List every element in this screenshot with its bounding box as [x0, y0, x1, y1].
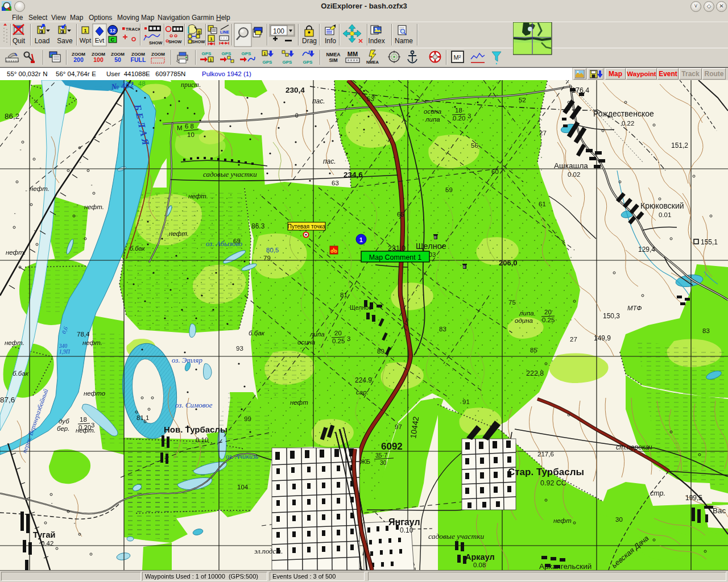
svg-text:GPS: GPS: [303, 60, 313, 65]
svg-text:230,4: 230,4: [286, 86, 305, 94]
svg-text:одина: одина: [515, 317, 533, 324]
svg-text:78,4: 78,4: [77, 331, 90, 338]
svg-text:0.20: 0.20: [78, 424, 91, 431]
svg-text:Map Comment 1: Map Comment 1: [369, 253, 421, 261]
svg-text:61: 61: [539, 201, 546, 207]
svg-text:NMEA: NMEA: [326, 52, 340, 57]
svg-text:224.9: 224.9: [355, 376, 372, 384]
svg-text:Нов. Турбаслы: Нов. Турбаслы: [164, 425, 228, 434]
svg-text:оз. Ачикизь: оз. Ачикизь: [226, 452, 259, 460]
svg-text:MM: MM: [348, 51, 358, 57]
svg-text:Архангельский: Архангельский: [539, 562, 592, 570]
svg-text:NMEA: NMEA: [366, 60, 379, 65]
svg-text:нефт.: нефт.: [84, 203, 104, 210]
svg-text:20: 20: [334, 330, 342, 336]
svg-text:осина: осина: [424, 108, 441, 115]
svg-text:6 8: 6 8: [185, 123, 194, 130]
svg-text:Name: Name: [395, 37, 413, 45]
svg-text:Щелное: Щелное: [350, 304, 372, 311]
svg-text:0.01: 0.01: [659, 211, 671, 218]
svg-text:0.42: 0.42: [41, 540, 53, 547]
svg-text:176,4: 176,4: [572, 86, 589, 94]
svg-text:бер.: бер.: [57, 425, 69, 432]
svg-text:нефт.: нефт.: [82, 339, 102, 346]
svg-text:Путевая точка: Путевая точка: [288, 223, 326, 230]
svg-text:69: 69: [233, 238, 241, 244]
svg-text:75: 75: [508, 299, 516, 306]
svg-text:199,5: 199,5: [685, 494, 702, 502]
svg-text:18: 18: [80, 416, 87, 423]
svg-text:93: 93: [236, 345, 243, 352]
svg-text:1,9П: 1,9П: [59, 349, 71, 355]
svg-text:пас.: пас.: [323, 157, 336, 165]
svg-text:50: 50: [114, 56, 121, 63]
svg-text:63: 63: [332, 180, 339, 186]
svg-text:129,4: 129,4: [638, 246, 655, 253]
svg-text:0.92 СС: 0.92 СС: [540, 479, 566, 487]
svg-text:GPS: GPS: [202, 51, 212, 56]
svg-text:85: 85: [530, 347, 537, 354]
svg-text:стр.: стр.: [650, 489, 665, 497]
svg-text:0.25: 0.25: [332, 338, 345, 344]
svg-text:87,6: 87,6: [0, 396, 15, 404]
svg-text:FULL: FULL: [131, 56, 146, 63]
svg-text:GPS: GPS: [283, 60, 293, 65]
svg-text:Ашкашла: Ашкашла: [554, 161, 588, 170]
svg-text:оз. Симовое: оз. Симовое: [175, 401, 213, 409]
svg-text:ст.перекач: ст.перекач: [616, 443, 652, 451]
svg-text:59: 59: [445, 186, 453, 193]
svg-text:нефто: нефто: [84, 390, 106, 397]
svg-text:35·7: 35·7: [375, 452, 387, 459]
svg-text:GPS: GPS: [242, 51, 252, 56]
svg-text:садовые участки: садовые участки: [428, 532, 485, 541]
svg-text:104: 104: [237, 484, 249, 490]
svg-text:3: 3: [347, 335, 350, 342]
svg-text:53: 53: [367, 95, 374, 102]
svg-text:18: 18: [455, 107, 462, 114]
svg-text:1: 1: [210, 58, 212, 62]
svg-text:0.10: 0.10: [196, 436, 208, 443]
svg-text:Drag: Drag: [302, 37, 317, 45]
svg-text:0.20: 0.20: [453, 115, 465, 122]
svg-text:149,9: 149,9: [594, 334, 611, 342]
svg-text:100: 100: [273, 27, 284, 35]
svg-text:'': '': [26, 190, 27, 194]
svg-text:'': '': [74, 522, 76, 526]
svg-text:Щелное: Щелное: [416, 242, 446, 251]
svg-text:GPS: GPS: [263, 60, 273, 65]
svg-text:Рождественское: Рождественское: [593, 109, 654, 118]
svg-text:81: 81: [340, 292, 348, 298]
svg-text:27: 27: [539, 130, 547, 136]
svg-text:'': '': [20, 149, 22, 153]
svg-text:Тугай: Тугай: [33, 530, 55, 539]
svg-text:пас.: пас.: [312, 97, 325, 105]
svg-text:'': '': [51, 502, 53, 506]
svg-text:83: 83: [702, 327, 710, 334]
svg-text:56: 56: [471, 142, 478, 149]
svg-text:нефт: нефт: [553, 517, 572, 524]
svg-text:79: 79: [263, 255, 271, 261]
svg-text:100: 100: [93, 56, 104, 63]
svg-text:б.бак: б.бак: [249, 330, 265, 336]
svg-text:60: 60: [491, 168, 499, 175]
svg-text:эл.подст.: эл.подст.: [254, 547, 283, 555]
svg-text:б.бак: б.бак: [13, 370, 29, 377]
svg-text:155,1: 155,1: [701, 238, 718, 246]
svg-text:217,6: 217,6: [537, 451, 554, 458]
svg-text:340: 340: [59, 343, 68, 349]
svg-text:6092: 6092: [381, 441, 403, 452]
svg-text:оз. Этляр: оз. Этляр: [172, 356, 203, 364]
svg-text:206,0: 206,0: [499, 259, 518, 267]
svg-text:'': '': [40, 167, 42, 171]
svg-text:222,8: 222,8: [526, 369, 544, 377]
svg-text:80,5: 80,5: [266, 247, 279, 253]
svg-text:липа: липа: [425, 116, 440, 123]
svg-text:89: 89: [377, 348, 384, 355]
svg-text:нефт.: нефт.: [188, 193, 208, 199]
svg-text:30: 30: [615, 516, 623, 523]
svg-text:234,6: 234,6: [344, 171, 363, 179]
svg-text:Крюковский: Крюковский: [640, 201, 684, 210]
svg-text:0.25: 0.25: [542, 317, 555, 323]
svg-text:'': '': [80, 161, 81, 165]
svg-text:нефт.: нефт.: [169, 230, 189, 237]
